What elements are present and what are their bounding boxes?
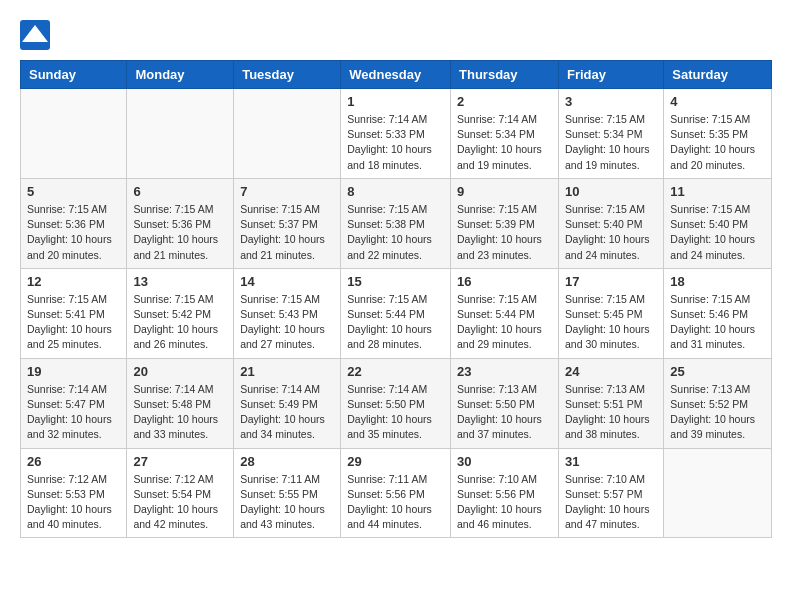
day-info: Sunrise: 7:11 AM Sunset: 5:56 PM Dayligh…	[347, 472, 444, 533]
day-info: Sunrise: 7:10 AM Sunset: 5:57 PM Dayligh…	[565, 472, 657, 533]
calendar-cell	[664, 448, 772, 538]
day-number: 31	[565, 454, 657, 469]
day-number: 21	[240, 364, 334, 379]
calendar-cell: 11Sunrise: 7:15 AM Sunset: 5:40 PM Dayli…	[664, 178, 772, 268]
day-info: Sunrise: 7:14 AM Sunset: 5:50 PM Dayligh…	[347, 382, 444, 443]
day-number: 24	[565, 364, 657, 379]
day-number: 2	[457, 94, 552, 109]
day-number: 8	[347, 184, 444, 199]
calendar-cell: 2Sunrise: 7:14 AM Sunset: 5:34 PM Daylig…	[451, 89, 559, 179]
day-number: 20	[133, 364, 227, 379]
day-number: 12	[27, 274, 120, 289]
day-number: 23	[457, 364, 552, 379]
day-info: Sunrise: 7:10 AM Sunset: 5:56 PM Dayligh…	[457, 472, 552, 533]
day-info: Sunrise: 7:15 AM Sunset: 5:39 PM Dayligh…	[457, 202, 552, 263]
day-info: Sunrise: 7:15 AM Sunset: 5:38 PM Dayligh…	[347, 202, 444, 263]
day-info: Sunrise: 7:13 AM Sunset: 5:51 PM Dayligh…	[565, 382, 657, 443]
calendar-cell: 10Sunrise: 7:15 AM Sunset: 5:40 PM Dayli…	[558, 178, 663, 268]
header-tuesday: Tuesday	[234, 61, 341, 89]
day-number: 14	[240, 274, 334, 289]
day-info: Sunrise: 7:13 AM Sunset: 5:50 PM Dayligh…	[457, 382, 552, 443]
day-info: Sunrise: 7:15 AM Sunset: 5:36 PM Dayligh…	[27, 202, 120, 263]
day-info: Sunrise: 7:14 AM Sunset: 5:48 PM Dayligh…	[133, 382, 227, 443]
calendar-cell: 7Sunrise: 7:15 AM Sunset: 5:37 PM Daylig…	[234, 178, 341, 268]
day-number: 29	[347, 454, 444, 469]
header-friday: Friday	[558, 61, 663, 89]
calendar-cell: 23Sunrise: 7:13 AM Sunset: 5:50 PM Dayli…	[451, 358, 559, 448]
day-number: 27	[133, 454, 227, 469]
header-saturday: Saturday	[664, 61, 772, 89]
calendar-cell: 24Sunrise: 7:13 AM Sunset: 5:51 PM Dayli…	[558, 358, 663, 448]
day-number: 16	[457, 274, 552, 289]
calendar-week-row: 5Sunrise: 7:15 AM Sunset: 5:36 PM Daylig…	[21, 178, 772, 268]
day-info: Sunrise: 7:15 AM Sunset: 5:44 PM Dayligh…	[347, 292, 444, 353]
day-info: Sunrise: 7:15 AM Sunset: 5:43 PM Dayligh…	[240, 292, 334, 353]
calendar-cell: 17Sunrise: 7:15 AM Sunset: 5:45 PM Dayli…	[558, 268, 663, 358]
calendar-cell: 13Sunrise: 7:15 AM Sunset: 5:42 PM Dayli…	[127, 268, 234, 358]
day-info: Sunrise: 7:14 AM Sunset: 5:33 PM Dayligh…	[347, 112, 444, 173]
calendar-cell: 3Sunrise: 7:15 AM Sunset: 5:34 PM Daylig…	[558, 89, 663, 179]
day-info: Sunrise: 7:15 AM Sunset: 5:40 PM Dayligh…	[565, 202, 657, 263]
header-wednesday: Wednesday	[341, 61, 451, 89]
calendar-cell	[234, 89, 341, 179]
day-number: 22	[347, 364, 444, 379]
day-number: 1	[347, 94, 444, 109]
calendar-week-row: 19Sunrise: 7:14 AM Sunset: 5:47 PM Dayli…	[21, 358, 772, 448]
calendar-cell	[21, 89, 127, 179]
day-info: Sunrise: 7:15 AM Sunset: 5:36 PM Dayligh…	[133, 202, 227, 263]
day-info: Sunrise: 7:15 AM Sunset: 5:42 PM Dayligh…	[133, 292, 227, 353]
day-number: 4	[670, 94, 765, 109]
day-info: Sunrise: 7:12 AM Sunset: 5:53 PM Dayligh…	[27, 472, 120, 533]
day-info: Sunrise: 7:15 AM Sunset: 5:35 PM Dayligh…	[670, 112, 765, 173]
day-info: Sunrise: 7:14 AM Sunset: 5:34 PM Dayligh…	[457, 112, 552, 173]
header-thursday: Thursday	[451, 61, 559, 89]
calendar-cell: 9Sunrise: 7:15 AM Sunset: 5:39 PM Daylig…	[451, 178, 559, 268]
calendar-cell: 20Sunrise: 7:14 AM Sunset: 5:48 PM Dayli…	[127, 358, 234, 448]
calendar-cell: 15Sunrise: 7:15 AM Sunset: 5:44 PM Dayli…	[341, 268, 451, 358]
calendar-week-row: 26Sunrise: 7:12 AM Sunset: 5:53 PM Dayli…	[21, 448, 772, 538]
calendar-cell: 29Sunrise: 7:11 AM Sunset: 5:56 PM Dayli…	[341, 448, 451, 538]
calendar-cell: 5Sunrise: 7:15 AM Sunset: 5:36 PM Daylig…	[21, 178, 127, 268]
day-number: 19	[27, 364, 120, 379]
day-number: 10	[565, 184, 657, 199]
calendar-cell: 26Sunrise: 7:12 AM Sunset: 5:53 PM Dayli…	[21, 448, 127, 538]
day-number: 6	[133, 184, 227, 199]
day-number: 7	[240, 184, 334, 199]
calendar-cell: 4Sunrise: 7:15 AM Sunset: 5:35 PM Daylig…	[664, 89, 772, 179]
day-number: 9	[457, 184, 552, 199]
calendar-cell	[127, 89, 234, 179]
day-number: 15	[347, 274, 444, 289]
day-info: Sunrise: 7:15 AM Sunset: 5:40 PM Dayligh…	[670, 202, 765, 263]
calendar-cell: 14Sunrise: 7:15 AM Sunset: 5:43 PM Dayli…	[234, 268, 341, 358]
day-number: 28	[240, 454, 334, 469]
page-header	[20, 20, 772, 50]
day-number: 30	[457, 454, 552, 469]
day-info: Sunrise: 7:14 AM Sunset: 5:47 PM Dayligh…	[27, 382, 120, 443]
calendar-table: SundayMondayTuesdayWednesdayThursdayFrid…	[20, 60, 772, 538]
calendar-cell: 27Sunrise: 7:12 AM Sunset: 5:54 PM Dayli…	[127, 448, 234, 538]
calendar-cell: 21Sunrise: 7:14 AM Sunset: 5:49 PM Dayli…	[234, 358, 341, 448]
calendar-cell: 30Sunrise: 7:10 AM Sunset: 5:56 PM Dayli…	[451, 448, 559, 538]
day-number: 18	[670, 274, 765, 289]
day-info: Sunrise: 7:15 AM Sunset: 5:34 PM Dayligh…	[565, 112, 657, 173]
day-info: Sunrise: 7:11 AM Sunset: 5:55 PM Dayligh…	[240, 472, 334, 533]
day-info: Sunrise: 7:14 AM Sunset: 5:49 PM Dayligh…	[240, 382, 334, 443]
day-number: 17	[565, 274, 657, 289]
calendar-cell: 12Sunrise: 7:15 AM Sunset: 5:41 PM Dayli…	[21, 268, 127, 358]
calendar-cell: 18Sunrise: 7:15 AM Sunset: 5:46 PM Dayli…	[664, 268, 772, 358]
calendar-cell: 19Sunrise: 7:14 AM Sunset: 5:47 PM Dayli…	[21, 358, 127, 448]
calendar-cell: 8Sunrise: 7:15 AM Sunset: 5:38 PM Daylig…	[341, 178, 451, 268]
calendar-cell: 22Sunrise: 7:14 AM Sunset: 5:50 PM Dayli…	[341, 358, 451, 448]
day-info: Sunrise: 7:12 AM Sunset: 5:54 PM Dayligh…	[133, 472, 227, 533]
calendar-cell: 31Sunrise: 7:10 AM Sunset: 5:57 PM Dayli…	[558, 448, 663, 538]
calendar-cell: 6Sunrise: 7:15 AM Sunset: 5:36 PM Daylig…	[127, 178, 234, 268]
day-info: Sunrise: 7:15 AM Sunset: 5:46 PM Dayligh…	[670, 292, 765, 353]
calendar-week-row: 12Sunrise: 7:15 AM Sunset: 5:41 PM Dayli…	[21, 268, 772, 358]
day-info: Sunrise: 7:15 AM Sunset: 5:44 PM Dayligh…	[457, 292, 552, 353]
logo-icon	[20, 20, 50, 50]
calendar-week-row: 1Sunrise: 7:14 AM Sunset: 5:33 PM Daylig…	[21, 89, 772, 179]
header-sunday: Sunday	[21, 61, 127, 89]
day-info: Sunrise: 7:15 AM Sunset: 5:41 PM Dayligh…	[27, 292, 120, 353]
calendar-cell: 25Sunrise: 7:13 AM Sunset: 5:52 PM Dayli…	[664, 358, 772, 448]
logo	[20, 20, 54, 50]
